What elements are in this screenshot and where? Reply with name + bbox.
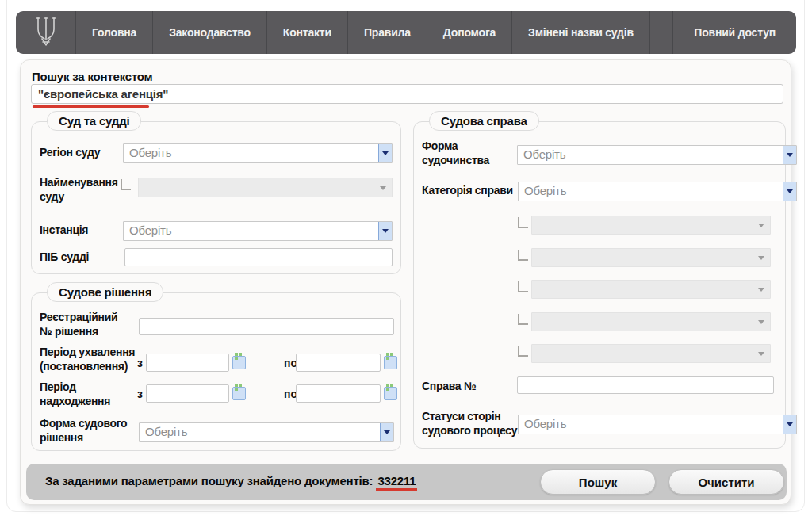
court-name-label: Найменування суду bbox=[40, 176, 118, 204]
category-level-select-3 bbox=[531, 280, 771, 299]
nav-spacer bbox=[650, 11, 673, 54]
dropdown-arrow-icon[interactable] bbox=[783, 415, 796, 434]
nav-item-contacts[interactable]: Контакти bbox=[267, 11, 348, 54]
court-decision-section: Судове рішення Реєстраційний № рішення П… bbox=[31, 292, 401, 451]
registration-number-label: Реєстраційний № рішення bbox=[40, 311, 117, 338]
adoption-from-label: з bbox=[137, 357, 143, 369]
results-summary-text: За заданими параметрами пошуку знайдено … bbox=[45, 474, 417, 487]
ukraine-trident-icon bbox=[34, 16, 58, 50]
receipt-from-label: з bbox=[137, 388, 143, 400]
court-case-section: Судова справа Форма судочинства Оберіть … bbox=[413, 121, 786, 449]
nested-level-icon bbox=[518, 250, 528, 261]
trident-logo-link[interactable] bbox=[16, 11, 76, 54]
receipt-to-date-input[interactable] bbox=[296, 384, 381, 403]
nested-level-icon bbox=[518, 217, 528, 228]
receipt-period-label: Період надходження bbox=[40, 380, 110, 408]
category-level-select-5 bbox=[531, 344, 771, 363]
dropdown-arrow-icon[interactable] bbox=[378, 144, 392, 162]
court-region-value: Оберіть bbox=[124, 144, 378, 162]
context-search-input[interactable] bbox=[31, 84, 783, 104]
nav-item-full-access[interactable]: Повний доступ bbox=[673, 11, 796, 54]
nav-item-renamed-courts[interactable]: Змінені назви судів bbox=[512, 11, 650, 54]
dropdown-arrow-disabled-icon bbox=[758, 256, 764, 260]
court-and-judges-section: Суд та судді Регіон суду Оберіть Наймену… bbox=[31, 121, 401, 274]
case-number-label: Справа № bbox=[422, 380, 476, 394]
nav-item-help[interactable]: Допомога bbox=[427, 11, 512, 54]
dropdown-arrow-disabled-icon bbox=[758, 320, 764, 324]
dropdown-arrow-disabled-icon bbox=[758, 352, 764, 356]
court-registry-search-page: Головна Законодавство Контакти Правила Д… bbox=[0, 0, 812, 516]
results-count: 332211 bbox=[376, 474, 417, 491]
adoption-from-date-input[interactable] bbox=[146, 354, 229, 372]
dropdown-arrow-disabled-icon bbox=[380, 186, 386, 190]
nested-level-icon bbox=[518, 346, 528, 357]
court-instance-value: Оберіть bbox=[124, 222, 378, 240]
decision-form-value: Оберіть bbox=[140, 423, 380, 441]
nav-item-home[interactable]: Головна bbox=[76, 11, 153, 54]
party-status-select[interactable]: Оберіть bbox=[518, 415, 797, 434]
results-label: За заданими параметрами пошуку знайдено … bbox=[45, 474, 373, 487]
calendar-icon[interactable] bbox=[384, 356, 397, 369]
proceeding-form-label: Форма судочинства bbox=[422, 140, 489, 167]
case-category-value: Оберіть bbox=[519, 182, 783, 201]
dropdown-arrow-icon[interactable] bbox=[380, 423, 393, 441]
dropdown-arrow-disabled-icon bbox=[758, 288, 764, 292]
dropdown-arrow-disabled-icon bbox=[758, 224, 764, 227]
context-search-label: Пошук за контекстом bbox=[32, 70, 153, 83]
case-category-select[interactable]: Оберіть bbox=[518, 182, 797, 201]
registration-number-input[interactable] bbox=[139, 318, 394, 335]
court-section-legend: Суд та судді bbox=[47, 111, 141, 131]
party-status-label: Статуси сторін судового процесу bbox=[422, 410, 517, 438]
nav-item-rules[interactable]: Правила bbox=[348, 11, 427, 54]
court-region-label: Регіон суду bbox=[40, 146, 100, 160]
calendar-icon[interactable] bbox=[232, 387, 246, 400]
party-status-value: Оберіть bbox=[519, 415, 783, 434]
nav-item-legislation[interactable]: Законодавство bbox=[153, 11, 267, 54]
nested-level-icon bbox=[518, 314, 528, 325]
receipt-from-date-input[interactable] bbox=[146, 384, 229, 403]
category-level-select-2 bbox=[531, 248, 771, 267]
search-button[interactable]: Пошук bbox=[540, 469, 656, 495]
court-instance-label: Інстанція bbox=[40, 224, 88, 238]
annotation-red-underline-search bbox=[33, 105, 149, 108]
judge-name-input[interactable] bbox=[124, 248, 393, 266]
court-region-select[interactable]: Оберіть bbox=[123, 143, 393, 163]
dropdown-arrow-icon[interactable] bbox=[378, 222, 392, 240]
case-category-label: Категорія справи bbox=[422, 184, 513, 198]
court-instance-select[interactable]: Оберіть bbox=[123, 221, 393, 241]
calendar-icon[interactable] bbox=[232, 356, 246, 369]
results-footer-bar: За заданими параметрами пошуку знайдено … bbox=[26, 464, 787, 500]
top-navigation-bar: Головна Законодавство Контакти Правила Д… bbox=[16, 11, 796, 54]
judge-name-label: ПІБ судді bbox=[40, 250, 89, 265]
clear-button[interactable]: Очистити bbox=[668, 469, 784, 495]
category-level-select-4 bbox=[531, 312, 771, 331]
dropdown-arrow-icon[interactable] bbox=[783, 146, 796, 164]
nested-level-icon bbox=[518, 281, 528, 292]
dropdown-arrow-icon[interactable] bbox=[783, 182, 796, 201]
decision-form-label: Форма судового рішення bbox=[40, 417, 127, 445]
decision-form-select[interactable]: Оберіть bbox=[139, 422, 394, 442]
calendar-icon[interactable] bbox=[384, 387, 397, 400]
decision-section-legend: Судове рішення bbox=[47, 282, 163, 302]
proceeding-form-value: Оберіть bbox=[518, 146, 783, 164]
proceeding-form-select[interactable]: Оберіть bbox=[517, 145, 797, 165]
adoption-period-label: Період ухвалення (постановлення) bbox=[40, 346, 135, 373]
search-form-card: Пошук за контекстом Суд та судді Регіон … bbox=[20, 59, 791, 505]
category-level-select-1 bbox=[531, 216, 771, 235]
adoption-to-date-input[interactable] bbox=[296, 354, 381, 372]
case-number-input[interactable] bbox=[517, 376, 774, 394]
court-name-select-disabled bbox=[138, 178, 393, 197]
nested-level-icon bbox=[121, 179, 131, 190]
case-section-legend: Судова справа bbox=[429, 111, 539, 131]
